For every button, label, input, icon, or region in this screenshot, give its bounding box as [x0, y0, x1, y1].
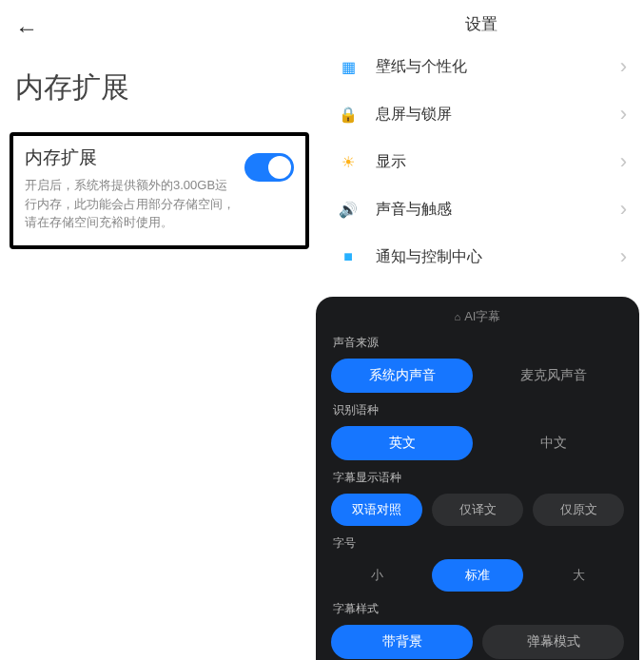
ai-panel-header: ⌂AI字幕 — [331, 308, 624, 325]
option-chinese[interactable]: 中文 — [482, 426, 624, 460]
wallpaper-icon: ▦ — [336, 54, 361, 79]
option-mic-audio[interactable]: 麦克风声音 — [482, 359, 624, 393]
chevron-right-icon: › — [620, 149, 627, 174]
chevron-right-icon: › — [620, 244, 627, 269]
chevron-right-icon: › — [620, 102, 627, 126]
segment-recog-lang: 英文 中文 — [331, 426, 624, 460]
sun-icon: ☀ — [336, 149, 361, 174]
option-original-only[interactable]: 仅原文 — [533, 494, 624, 526]
ai-icon: ⌂ — [455, 311, 461, 322]
card-title: 内存扩展 — [25, 146, 237, 170]
toggle-knob — [268, 156, 291, 179]
settings-item-label: 通知与控制中心 — [376, 247, 620, 267]
settings-header: 设置 — [319, 0, 644, 43]
option-size-standard[interactable]: 标准 — [432, 559, 523, 592]
section-label-audio-source: 声音来源 — [333, 335, 624, 351]
settings-item-label: 壁纸与个性化 — [376, 57, 620, 77]
settings-list: ▦ 壁纸与个性化 › 🔒 息屏与锁屏 › ☀ 显示 › 🔊 声音与触感 › ■ — [319, 43, 644, 281]
settings-item-label: 声音与触感 — [376, 200, 620, 220]
segment-style: 带背景 弹幕模式 — [331, 625, 624, 659]
back-icon[interactable]: ← — [10, 11, 309, 46]
ai-panel-title: AI字幕 — [464, 309, 500, 323]
speaker-icon: 🔊 — [336, 197, 361, 222]
section-label-display-lang: 字幕显示语种 — [333, 470, 624, 486]
option-size-large[interactable]: 大 — [533, 559, 624, 592]
settings-item-wallpaper[interactable]: ▦ 壁纸与个性化 › — [326, 43, 636, 90]
chevron-right-icon: › — [620, 197, 627, 222]
settings-item-sound[interactable]: 🔊 声音与触感 › — [326, 185, 636, 233]
option-english[interactable]: 英文 — [331, 426, 473, 460]
settings-item-lockscreen[interactable]: 🔒 息屏与锁屏 › — [326, 90, 636, 138]
segment-display-lang: 双语对照 仅译文 仅原文 — [331, 494, 624, 526]
memory-extension-toggle[interactable] — [244, 153, 294, 182]
settings-item-display[interactable]: ☀ 显示 › — [326, 138, 636, 185]
option-style-bg[interactable]: 带背景 — [331, 625, 473, 659]
memory-extension-card: 内存扩展 开启后，系统将提供额外的3.00GB运行内存，此功能会占用部分存储空间… — [10, 132, 309, 249]
section-label-recog-lang: 识别语种 — [333, 402, 624, 418]
lock-icon: 🔒 — [336, 102, 361, 126]
section-label-font-size: 字号 — [333, 535, 624, 552]
settings-item-label: 显示 — [376, 152, 620, 172]
settings-item-notification[interactable]: ■ 通知与控制中心 › — [326, 233, 636, 281]
option-bilingual[interactable]: 双语对照 — [331, 494, 422, 526]
segment-audio-source: 系统内声音 麦克风声音 — [331, 359, 624, 393]
option-system-audio[interactable]: 系统内声音 — [331, 359, 473, 393]
chevron-right-icon: › — [620, 54, 627, 79]
segment-font-size: 小 标准 大 — [331, 559, 624, 592]
card-description: 开启后，系统将提供额外的3.00GB运行内存，此功能会占用部分存储空间，请在存储… — [25, 176, 237, 232]
option-style-danmaku[interactable]: 弹幕模式 — [482, 625, 624, 659]
notification-icon: ■ — [336, 244, 361, 269]
settings-item-label: 息屏与锁屏 — [376, 105, 620, 125]
ai-subtitle-panel: ⌂AI字幕 声音来源 系统内声音 麦克风声音 识别语种 英文 中文 字幕显示语种… — [316, 297, 639, 660]
option-translation-only[interactable]: 仅译文 — [432, 494, 523, 526]
section-label-style: 字幕样式 — [333, 601, 624, 617]
option-size-small[interactable]: 小 — [331, 559, 422, 592]
page-title: 内存扩展 — [15, 68, 309, 107]
